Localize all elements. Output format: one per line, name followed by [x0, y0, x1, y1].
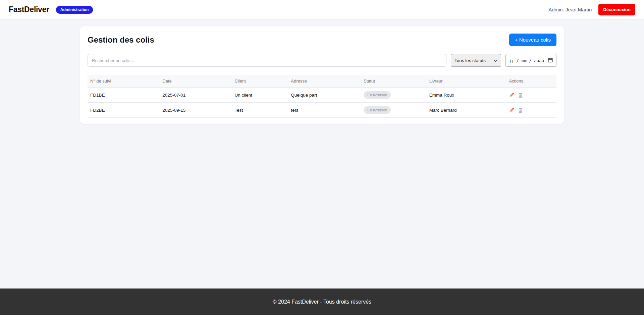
table-header-row: N° de suivi Date Client Adresse Statut L… — [88, 75, 556, 88]
column-header-date: Date — [160, 75, 232, 88]
cell-date: 2025-07-01 — [160, 88, 232, 103]
edit-button[interactable] — [509, 107, 515, 113]
trash-icon — [518, 94, 523, 99]
brand-logo: FastDeliver — [9, 5, 49, 14]
packages-card: Gestion des colis + Nouveau colis Tous l… — [80, 26, 564, 124]
cell-tracking: FD1BE — [88, 88, 160, 103]
cell-date: 2025-09-15 — [160, 103, 232, 118]
copyright-text: © 2024 FastDeliver - Tous droits réservé… — [273, 299, 371, 305]
table-row: FD1BE 2025-07-01 Un client Quelque part … — [88, 88, 556, 103]
logout-button[interactable]: Déconnexion — [598, 4, 635, 15]
cell-actions — [506, 88, 556, 103]
cell-client: Test — [232, 103, 288, 118]
table-row: FD2BE 2025-09-15 Test test En livraison … — [88, 103, 556, 118]
calendar-icon[interactable] — [548, 57, 553, 64]
status-badge: En livraison — [364, 106, 391, 114]
trash-icon — [518, 109, 523, 114]
cell-actions — [506, 103, 556, 118]
status-filter-select[interactable]: Tous les statuts — [451, 54, 501, 67]
search-input[interactable] — [88, 54, 446, 67]
app-root: FastDeliver Administration Admin: Jean M… — [0, 0, 644, 315]
cell-client: Un client — [232, 88, 288, 103]
cell-status: En livraison — [361, 88, 427, 103]
cell-courier: Emma Roux — [427, 88, 506, 103]
date-filter-input[interactable]: jj / mm / aaaa — [505, 54, 556, 67]
cell-address: test — [288, 103, 361, 118]
date-filter-placeholder: jj / mm / aaaa — [509, 58, 544, 63]
cell-courier: Marc Bernard — [427, 103, 506, 118]
page-footer: © 2024 FastDeliver - Tous droits réservé… — [0, 288, 644, 315]
column-header-actions: Actions — [506, 75, 556, 88]
logged-in-user-label: Admin: Jean Martin — [548, 7, 592, 12]
status-badge: En livraison — [364, 91, 391, 99]
delete-button[interactable] — [518, 107, 523, 113]
pencil-icon — [509, 94, 515, 99]
topbar-right-group: Admin: Jean Martin Déconnexion — [548, 4, 635, 15]
admin-role-badge: Administration — [56, 6, 93, 14]
pencil-icon — [509, 109, 515, 114]
column-header-courier: Livreur — [427, 75, 506, 88]
column-header-tracking: N° de suivi — [88, 75, 160, 88]
page-title: Gestion des colis — [88, 35, 154, 45]
top-bar: FastDeliver Administration Admin: Jean M… — [0, 0, 644, 19]
cell-tracking: FD2BE — [88, 103, 160, 118]
card-header: Gestion des colis + Nouveau colis — [88, 34, 556, 46]
column-header-status: Statut — [361, 75, 427, 88]
delete-button[interactable] — [518, 92, 523, 98]
brand-group: FastDeliver Administration — [9, 5, 93, 14]
cell-status: En livraison — [361, 103, 427, 118]
column-header-address: Adresse — [288, 75, 361, 88]
edit-button[interactable] — [509, 92, 515, 98]
cell-address: Quelque part — [288, 88, 361, 103]
main-content: Gestion des colis + Nouveau colis Tous l… — [0, 19, 644, 288]
status-filter-selected-value: Tous les statuts — [454, 58, 486, 63]
packages-table: N° de suivi Date Client Adresse Statut L… — [88, 75, 556, 118]
filter-bar: Tous les statuts jj / mm / aaaa — [88, 54, 556, 67]
chevron-down-icon — [494, 58, 497, 63]
new-package-button[interactable]: + Nouveau colis — [509, 34, 556, 46]
column-header-client: Client — [232, 75, 288, 88]
